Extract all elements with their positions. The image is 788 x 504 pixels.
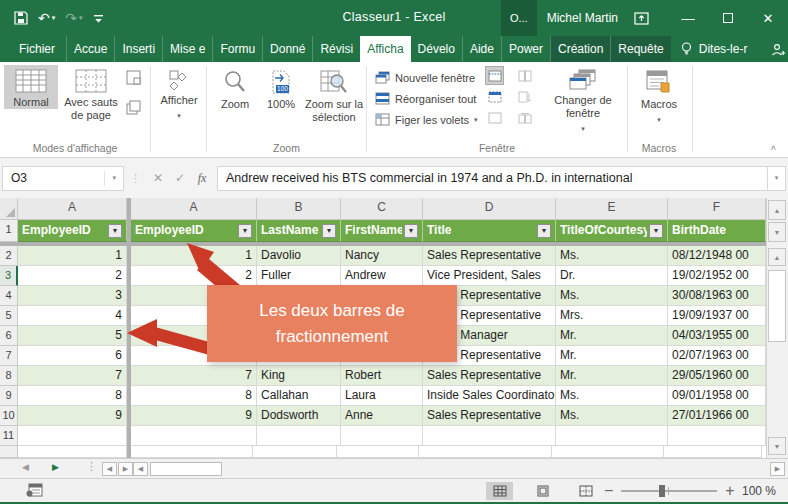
page-break-preview-button[interactable]: Avec sauts de page — [60, 65, 122, 122]
show-dropdown-button[interactable]: Afficher ▾ — [154, 65, 204, 122]
zoom-slider-thumb[interactable] — [659, 485, 665, 497]
insert-function-icon[interactable]: fx — [191, 171, 213, 186]
cell-d-9[interactable]: Inside Sales Coordinator — [423, 386, 556, 406]
column-header-c[interactable]: C — [341, 198, 423, 220]
zoom-100-button[interactable]: 100 100% — [259, 65, 303, 111]
cell-e-2[interactable]: Ms. — [556, 246, 668, 266]
tab-cr-ation[interactable]: Création — [550, 36, 610, 62]
tab-afficha[interactable]: Afficha — [360, 36, 410, 62]
scroll-up-icon[interactable]: ▲ — [768, 248, 786, 266]
cell-partial[interactable] — [337, 446, 419, 458]
macro-record-icon[interactable] — [26, 483, 43, 497]
table-header-employeeid-left[interactable]: EmployeeID▾ — [18, 220, 127, 242]
macros-button[interactable]: Macros ▾ — [634, 65, 684, 126]
cell-f-10[interactable]: 27/01/1966 00 — [668, 406, 766, 426]
cell-a-11[interactable] — [131, 426, 257, 446]
cell-b-9[interactable]: Callahan — [257, 386, 341, 406]
table-header-employeeid[interactable]: EmployeeID▾ — [131, 220, 257, 242]
cell-f-3[interactable]: 19/02/1952 00 — [668, 266, 766, 286]
cell-a-left-8[interactable]: 7 — [18, 366, 127, 386]
tab-fichier[interactable]: Fichier — [8, 36, 66, 62]
cell-e-6[interactable]: Mr. — [556, 326, 668, 346]
zoom-to-selection-button[interactable]: Zoom sur la sélection — [303, 65, 365, 124]
zoom-slider-track[interactable] — [621, 490, 717, 492]
name-box[interactable]: O3 ▾ — [2, 166, 124, 191]
zoom-in-icon[interactable]: + — [725, 482, 734, 500]
cell-d-10[interactable]: Sales Representative — [423, 406, 556, 426]
customize-qat-icon[interactable] — [93, 13, 104, 24]
cell-a-left-7[interactable]: 6 — [18, 346, 127, 366]
sheet-nav-next-icon[interactable]: ▶ — [52, 462, 59, 472]
cell-d-8[interactable]: Sales Representative — [423, 366, 556, 386]
cell-b-3[interactable]: Fuller — [257, 266, 341, 286]
cell-f-7[interactable]: 02/07/1963 00 — [668, 346, 766, 366]
expand-formula-bar-icon[interactable]: ▾ — [768, 166, 786, 191]
column-header-f[interactable]: F — [668, 198, 766, 220]
maximize-button[interactable] — [708, 0, 748, 36]
scroll-down-top-pane-icon[interactable]: ▼ — [768, 222, 786, 242]
zoom-percentage[interactable]: 100 % — [742, 484, 776, 498]
cell-partial[interactable] — [419, 446, 552, 458]
cell-a-left-5[interactable]: 4 — [18, 306, 127, 326]
filter-dropdown-icon[interactable]: ▾ — [537, 224, 551, 238]
cell-e-3[interactable]: Dr. — [556, 266, 668, 286]
cell-a-10[interactable]: 9 — [131, 406, 257, 426]
cell-partial[interactable] — [253, 446, 337, 458]
cell-c-10[interactable]: Anne — [341, 406, 423, 426]
sheet-tab-options-icon[interactable]: ⋮ — [86, 460, 97, 473]
cell-a-3[interactable]: 2 — [131, 266, 257, 286]
split-button[interactable] — [485, 66, 504, 85]
filter-dropdown-icon[interactable]: ▾ — [322, 224, 336, 238]
row-header-7[interactable]: 7 — [0, 346, 18, 366]
cell-b-8[interactable]: King — [257, 366, 341, 386]
scroll-down-icon[interactable]: ▼ — [768, 437, 786, 455]
row-header-8[interactable]: 8 — [0, 366, 18, 386]
cell-partial[interactable] — [552, 446, 664, 458]
cell-e-5[interactable]: Mrs. — [556, 306, 668, 326]
cell-partial[interactable] — [664, 446, 762, 458]
arrange-all-button[interactable]: Réorganiser tout — [375, 88, 478, 109]
row-header-4[interactable]: 4 — [0, 286, 18, 306]
cell-partial[interactable] — [18, 446, 127, 458]
enter-icon[interactable]: ✓ — [169, 171, 191, 185]
cell-f-8[interactable]: 29/05/1960 00 — [668, 366, 766, 386]
horizontal-scrollbar-thumb[interactable] — [150, 462, 222, 476]
tab-d-velo[interactable]: Dévelo — [411, 36, 462, 62]
column-header-d[interactable]: D — [423, 198, 556, 220]
hide-window-button[interactable] — [485, 87, 504, 106]
select-all-corner[interactable] — [0, 198, 18, 220]
cell-f-9[interactable]: 09/01/1958 00 — [668, 386, 766, 406]
cell-c-9[interactable]: Laura — [341, 386, 423, 406]
cell-e-9[interactable]: Ms. — [556, 386, 668, 406]
tab-power[interactable]: Power — [501, 36, 550, 62]
freeze-panes-button[interactable]: Figer les volets▾ — [375, 109, 478, 130]
cell-a-left-9[interactable]: 8 — [18, 386, 127, 406]
cell-b-2[interactable]: Davolio — [257, 246, 341, 266]
row-header-6[interactable]: 6 — [0, 326, 18, 346]
table-header-title[interactable]: Title▾ — [423, 220, 556, 242]
share-button[interactable]: Partager — [757, 36, 788, 62]
left-pane-scroll-right-icon[interactable]: ▶ — [118, 462, 133, 476]
hscroll-left-icon[interactable]: ◀ — [133, 462, 148, 476]
column-header-e[interactable]: E — [556, 198, 668, 220]
undo-icon[interactable]: ↶▾ — [38, 10, 55, 26]
filter-dropdown-icon[interactable]: ▾ — [238, 224, 252, 238]
cell-d-11[interactable] — [423, 426, 556, 446]
cell-c-3[interactable]: Andrew — [341, 266, 423, 286]
row-header-10[interactable]: 10 — [0, 406, 18, 426]
cell-f-11[interactable] — [668, 426, 766, 446]
tell-me-box[interactable]: Dites-le-r — [671, 36, 758, 62]
row-header-1[interactable]: 1 — [0, 220, 18, 242]
row-header-2[interactable]: 2 — [0, 246, 18, 266]
switch-window-button[interactable]: Changer de fenêtre ▾ — [545, 65, 621, 135]
tab-aide[interactable]: Aide — [462, 36, 501, 62]
filter-dropdown-icon[interactable]: ▾ — [404, 224, 418, 238]
row-header-11[interactable]: 11 — [0, 426, 18, 446]
vertical-scrollbar-thumb[interactable] — [768, 270, 786, 342]
filter-dropdown-icon[interactable]: ▾ — [108, 224, 122, 238]
close-button[interactable]: ✕ — [748, 0, 788, 36]
normal-view-status-button[interactable] — [486, 482, 513, 500]
page-layout-status-button[interactable] — [529, 482, 556, 500]
cell-f-5[interactable]: 19/09/1937 00 — [668, 306, 766, 326]
scroll-up-top-pane-icon[interactable]: ▲ — [768, 200, 786, 220]
